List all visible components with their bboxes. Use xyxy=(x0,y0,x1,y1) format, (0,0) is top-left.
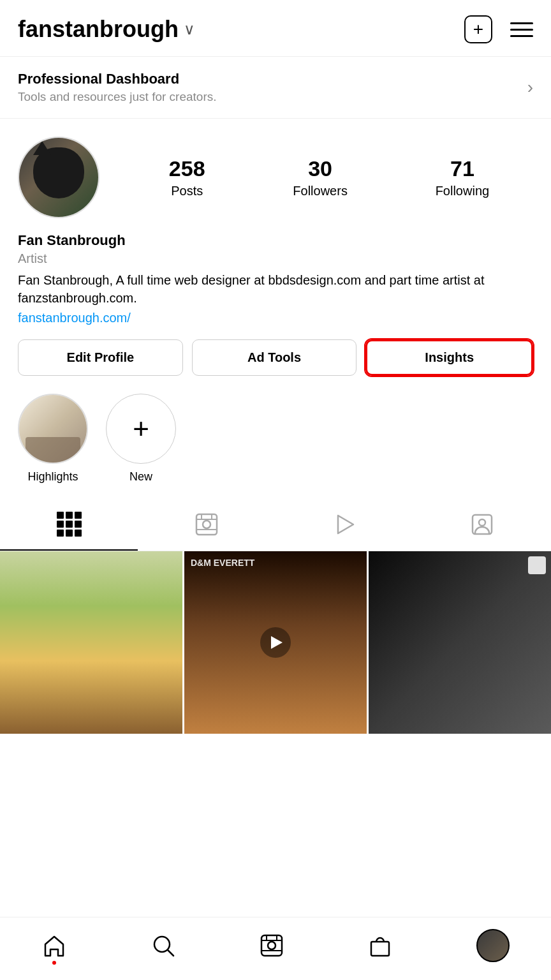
nav-profile[interactable] xyxy=(476,929,510,962)
nav-shop[interactable] xyxy=(367,933,393,958)
svg-rect-11 xyxy=(261,935,282,956)
header-username[interactable]: fanstanbrough ∨ xyxy=(18,16,195,43)
highlights-row: Highlights + New xyxy=(0,376,551,496)
tab-videos[interactable] xyxy=(276,499,413,551)
tabs-row xyxy=(0,499,551,551)
nav-reels[interactable] xyxy=(259,933,284,958)
videos-tab-icon xyxy=(333,513,356,536)
reels-nav-icon xyxy=(259,933,284,958)
reels-icon xyxy=(195,513,218,536)
svg-point-12 xyxy=(268,942,276,949)
profile-name: Fan Stanbrough xyxy=(18,232,533,249)
following-count: 71 xyxy=(450,156,474,181)
followers-label: Followers xyxy=(293,184,348,198)
svg-point-1 xyxy=(203,521,210,528)
avatar[interactable] xyxy=(18,137,99,218)
tab-tagged[interactable] xyxy=(413,499,551,551)
post-item[interactable] xyxy=(369,551,551,734)
svg-rect-0 xyxy=(196,514,217,535)
play-icon xyxy=(333,513,356,536)
highlights-label: Highlights xyxy=(27,470,78,484)
bottom-nav-spacer xyxy=(0,734,551,804)
username-text: fanstanbrough xyxy=(18,16,179,43)
shop-icon xyxy=(367,933,393,958)
pro-dashboard-text: Professional Dashboard Tools and resourc… xyxy=(18,71,217,104)
insights-button[interactable]: Insights xyxy=(365,339,533,376)
posts-grid: D&M EVERETT xyxy=(0,551,551,734)
profile-bio: Fan Stanbrough, A full time web designer… xyxy=(18,271,533,307)
nav-home[interactable] xyxy=(41,933,67,958)
post-image: D&M EVERETT xyxy=(184,551,367,734)
post-overlay-text: D&M EVERETT xyxy=(191,558,360,568)
svg-line-10 xyxy=(168,950,173,956)
avatar-image xyxy=(19,138,98,217)
posts-label: Posts xyxy=(171,184,203,198)
pro-dashboard-subtitle: Tools and resources just for creators. xyxy=(18,90,217,104)
highlights-thumbnail xyxy=(19,395,87,463)
tagged-icon xyxy=(471,513,494,536)
profile-section: 258 Posts 30 Followers 71 Following Fan … xyxy=(0,119,551,376)
gallery-icon xyxy=(528,556,546,574)
ad-tools-button[interactable]: Ad Tools xyxy=(192,339,357,376)
highlights-circle xyxy=(18,394,88,464)
following-label: Following xyxy=(436,184,489,198)
bottom-nav xyxy=(0,917,551,980)
professional-dashboard[interactable]: Professional Dashboard Tools and resourc… xyxy=(0,57,551,119)
posts-count: 258 xyxy=(169,156,205,181)
edit-profile-button[interactable]: Edit Profile xyxy=(18,339,183,376)
grid-tab-icon xyxy=(57,512,82,537)
profile-category: Artist xyxy=(18,251,533,266)
svg-point-8 xyxy=(479,519,485,526)
nav-search[interactable] xyxy=(151,933,176,958)
svg-marker-6 xyxy=(338,516,353,533)
home-active-dot xyxy=(52,961,56,965)
chevron-down-icon: ∨ xyxy=(184,20,195,38)
plus-square-icon: + xyxy=(464,15,492,43)
stat-posts[interactable]: 258 Posts xyxy=(169,156,205,198)
new-highlight-circle: + xyxy=(106,394,176,464)
action-buttons: Edit Profile Ad Tools Insights xyxy=(18,339,533,376)
new-post-button[interactable]: + xyxy=(464,15,492,43)
chevron-right-icon: › xyxy=(527,77,533,98)
home-icon xyxy=(41,933,67,958)
stat-following[interactable]: 71 Following xyxy=(436,156,489,198)
followers-count: 30 xyxy=(308,156,332,181)
menu-button[interactable] xyxy=(510,22,533,37)
pro-dashboard-title: Professional Dashboard xyxy=(18,71,217,87)
new-highlight-label: New xyxy=(129,470,152,484)
search-icon xyxy=(151,933,176,958)
svg-rect-17 xyxy=(371,942,389,956)
tagged-tab-icon xyxy=(471,513,494,536)
stat-followers[interactable]: 30 Followers xyxy=(293,156,348,198)
header: fanstanbrough ∨ + xyxy=(0,0,551,57)
post-item[interactable]: D&M EVERETT xyxy=(184,551,367,734)
tab-reels[interactable] xyxy=(138,499,276,551)
new-highlight-item[interactable]: + New xyxy=(106,394,176,484)
header-icons: + xyxy=(464,15,533,43)
tab-grid[interactable] xyxy=(0,499,138,551)
post-image xyxy=(0,551,182,734)
hamburger-icon xyxy=(510,22,533,37)
grid-icon xyxy=(57,512,82,537)
profile-top: 258 Posts 30 Followers 71 Following xyxy=(18,137,533,218)
profile-link[interactable]: fanstanbrough.com/ xyxy=(18,311,533,325)
highlights-item[interactable]: Highlights xyxy=(18,394,88,484)
profile-avatar-nav xyxy=(476,929,510,962)
profile-info: Fan Stanbrough Artist Fan Stanbrough, A … xyxy=(18,232,533,325)
reels-tab-icon xyxy=(195,513,218,536)
post-item[interactable] xyxy=(0,551,182,734)
play-button-icon xyxy=(260,627,291,658)
profile-stats: 258 Posts 30 Followers 71 Following xyxy=(125,156,533,198)
post-image xyxy=(369,551,551,734)
